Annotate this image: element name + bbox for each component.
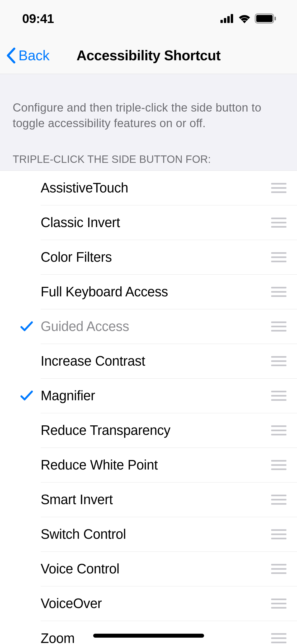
list-item[interactable]: Full Keyboard Access <box>0 275 297 309</box>
row-body: Color Filters <box>41 240 297 275</box>
reorder-handle-icon[interactable] <box>271 418 286 442</box>
checkmark-icon <box>20 390 33 402</box>
list-item[interactable]: Color Filters <box>0 240 297 275</box>
status-bar: 09:41 <box>0 0 297 37</box>
row-label: Full Keyboard Access <box>41 284 271 300</box>
list-item[interactable]: Reduce Transparency <box>0 413 297 448</box>
row-body: Classic Invert <box>41 205 297 240</box>
reorder-handle-icon[interactable] <box>271 245 286 269</box>
check-area <box>13 390 41 402</box>
row-body: Switch Control <box>41 517 297 552</box>
back-label: Back <box>18 47 50 63</box>
list-item[interactable]: VoiceOver <box>0 586 297 621</box>
row-body: Smart Invert <box>41 482 297 517</box>
row-label: Increase Contrast <box>41 353 271 369</box>
nav-bar: Back Accessibility Shortcut <box>0 37 297 74</box>
row-label: Reduce White Point <box>41 457 271 473</box>
battery-icon <box>255 13 276 24</box>
back-button[interactable]: Back <box>6 47 50 63</box>
reorder-handle-icon[interactable] <box>271 557 286 581</box>
row-label: AssistiveTouch <box>41 180 271 196</box>
list-item[interactable]: AssistiveTouch <box>0 171 297 205</box>
list-item[interactable]: Smart Invert <box>0 482 297 517</box>
cellular-signal-icon <box>220 14 234 23</box>
list-item[interactable]: Guided Access <box>0 309 297 344</box>
list-item[interactable]: Zoom <box>0 621 297 644</box>
chevron-left-icon <box>6 48 16 63</box>
row-body: Guided Access <box>41 309 297 344</box>
reorder-handle-icon[interactable] <box>271 176 286 200</box>
shortcut-list: AssistiveTouchClassic InvertColor Filter… <box>0 171 297 644</box>
list-item[interactable]: Reduce White Point <box>0 448 297 482</box>
reorder-handle-icon[interactable] <box>271 211 286 234</box>
row-body: Reduce Transparency <box>41 413 297 448</box>
checkmark-icon <box>20 321 33 332</box>
row-body: VoiceOver <box>41 586 297 621</box>
list-item[interactable]: Magnifier <box>0 379 297 413</box>
row-label: Voice Control <box>41 561 271 577</box>
reorder-handle-icon[interactable] <box>271 280 286 304</box>
row-body: Voice Control <box>41 552 297 586</box>
row-body: Zoom <box>41 621 297 644</box>
description-text: Configure and then triple-click the side… <box>13 100 284 131</box>
status-icons <box>220 13 276 24</box>
reorder-handle-icon[interactable] <box>271 592 286 615</box>
check-area <box>13 321 41 332</box>
row-body: Full Keyboard Access <box>41 275 297 309</box>
list-item[interactable]: Voice Control <box>0 552 297 586</box>
row-label: Reduce Transparency <box>41 422 271 438</box>
row-body: Increase Contrast <box>41 344 297 379</box>
list-item[interactable]: Increase Contrast <box>0 344 297 379</box>
home-indicator <box>93 634 204 638</box>
svg-rect-2 <box>275 17 276 20</box>
reorder-handle-icon[interactable] <box>271 315 286 338</box>
row-body: Reduce White Point <box>41 448 297 482</box>
svg-rect-1 <box>256 15 273 22</box>
row-body: AssistiveTouch <box>41 171 297 205</box>
reorder-handle-icon[interactable] <box>271 522 286 546</box>
row-label: Switch Control <box>41 526 271 542</box>
row-label: Classic Invert <box>41 215 271 230</box>
status-time: 09:41 <box>22 11 54 26</box>
reorder-handle-icon[interactable] <box>271 384 286 408</box>
row-body: Magnifier <box>41 379 297 413</box>
row-label: Magnifier <box>41 388 271 403</box>
reorder-handle-icon[interactable] <box>271 488 286 512</box>
reorder-handle-icon[interactable] <box>271 349 286 373</box>
wifi-icon <box>238 14 251 23</box>
row-label: Color Filters <box>41 249 271 265</box>
description-block: Configure and then triple-click the side… <box>0 74 297 137</box>
row-label: VoiceOver <box>41 596 271 611</box>
list-item[interactable]: Classic Invert <box>0 205 297 240</box>
reorder-handle-icon[interactable] <box>271 453 286 477</box>
section-header: TRIPLE-CLICK THE SIDE BUTTON FOR: <box>0 137 297 171</box>
list-item[interactable]: Switch Control <box>0 517 297 552</box>
reorder-handle-icon[interactable] <box>271 626 286 644</box>
row-label: Guided Access <box>41 319 271 334</box>
row-label: Smart Invert <box>41 492 271 507</box>
